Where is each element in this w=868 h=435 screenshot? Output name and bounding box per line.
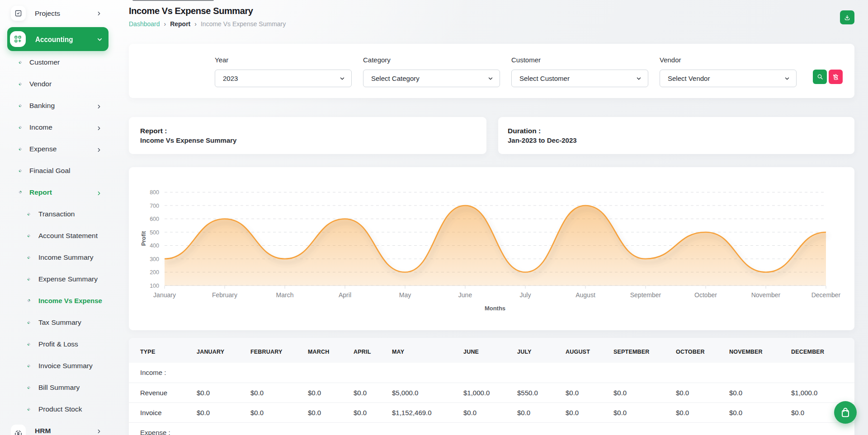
svg-text:400: 400: [150, 243, 159, 249]
svg-text:700: 700: [150, 203, 159, 209]
svg-text:December: December: [811, 291, 841, 299]
svg-text:June: June: [458, 291, 472, 299]
svg-text:800: 800: [150, 189, 159, 196]
svg-text:200: 200: [150, 269, 159, 276]
svg-text:600: 600: [150, 216, 159, 222]
svg-text:500: 500: [150, 229, 159, 236]
svg-text:March: March: [276, 291, 294, 299]
svg-text:July: July: [520, 291, 531, 299]
svg-text:300: 300: [150, 256, 159, 262]
svg-text:September: September: [630, 291, 661, 299]
svg-text:Months: Months: [485, 305, 505, 312]
svg-text:January: January: [153, 291, 176, 299]
svg-text:May: May: [399, 291, 411, 299]
svg-text:August: August: [576, 291, 595, 299]
svg-text:100: 100: [150, 283, 159, 289]
svg-text:October: October: [694, 291, 717, 299]
svg-text:November: November: [751, 291, 781, 299]
svg-text:February: February: [212, 291, 237, 299]
svg-text:April: April: [339, 291, 351, 299]
svg-text:Profit: Profit: [141, 231, 147, 246]
